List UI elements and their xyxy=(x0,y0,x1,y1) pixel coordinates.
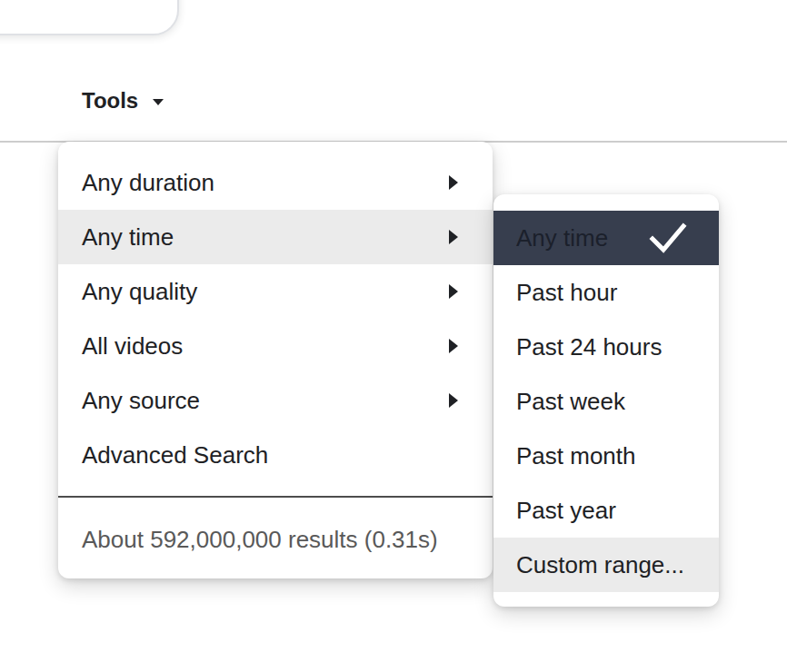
google-video-search-tools-page: Tools Any duration Any time Any quality … xyxy=(0,0,787,672)
menu-item-any-duration[interactable]: Any duration xyxy=(58,155,493,210)
menu-divider xyxy=(58,496,493,498)
time-filter-submenu: Any time Past hour Past 24 hours Past we… xyxy=(493,194,719,607)
submenu-item-past-month[interactable]: Past month xyxy=(493,429,719,483)
submenu-item-label: Past year xyxy=(516,497,616,525)
submenu-item-past-hour[interactable]: Past hour xyxy=(493,265,719,320)
check-icon xyxy=(649,222,687,254)
submenu-item-label: Past week xyxy=(516,388,625,416)
tools-menu-button[interactable]: Tools xyxy=(82,88,164,114)
menu-item-any-source[interactable]: Any source xyxy=(58,373,493,428)
submenu-arrow-icon xyxy=(449,339,458,353)
menu-item-label: Any duration xyxy=(82,169,214,197)
submenu-item-label: Past month xyxy=(516,442,636,470)
submenu-item-past-week[interactable]: Past week xyxy=(493,374,719,429)
tools-label: Tools xyxy=(82,88,138,114)
submenu-item-past-year[interactable]: Past year xyxy=(493,483,719,538)
search-box-bottom-edge[interactable] xyxy=(0,0,179,35)
submenu-item-label: Past 24 hours xyxy=(516,333,662,361)
menu-item-label: All videos xyxy=(82,332,183,361)
menu-item-any-time[interactable]: Any time xyxy=(58,210,493,264)
menu-item-any-quality[interactable]: Any quality xyxy=(58,264,493,319)
submenu-item-custom-range[interactable]: Custom range... xyxy=(493,538,719,592)
menu-item-all-videos[interactable]: All videos xyxy=(58,319,493,373)
submenu-item-label: Past hour xyxy=(516,279,617,307)
submenu-item-any-time[interactable]: Any time xyxy=(493,211,719,265)
menu-item-label: Advanced Search xyxy=(82,441,268,469)
submenu-arrow-icon xyxy=(449,393,458,408)
results-stats: About 592,000,000 results (0.31s) xyxy=(58,512,493,567)
tools-dropdown-menu: Any duration Any time Any quality All vi… xyxy=(58,142,493,578)
caret-down-icon xyxy=(153,99,164,105)
submenu-arrow-icon xyxy=(449,175,458,190)
submenu-arrow-icon xyxy=(449,230,458,244)
submenu-item-label: Any time xyxy=(516,224,608,252)
menu-item-label: Any quality xyxy=(82,278,197,306)
submenu-item-past-24-hours[interactable]: Past 24 hours xyxy=(493,320,719,374)
menu-item-label: Any time xyxy=(82,223,174,252)
submenu-arrow-icon xyxy=(449,284,458,299)
menu-item-label: Any source xyxy=(82,387,200,415)
menu-item-advanced-search[interactable]: Advanced Search xyxy=(58,428,493,482)
submenu-item-label: Custom range... xyxy=(516,551,684,579)
